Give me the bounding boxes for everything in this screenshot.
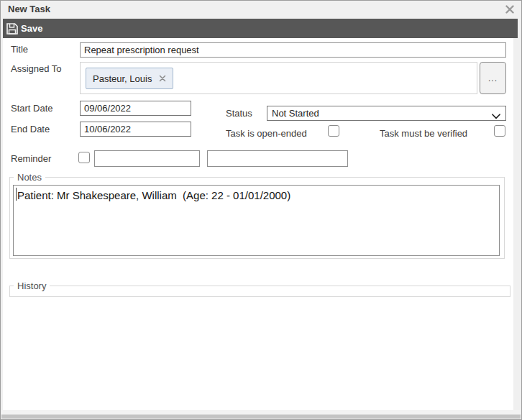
assignee-remove-button[interactable] [159, 75, 166, 82]
reminder-label: Reminder [11, 153, 51, 164]
reminder-field-1[interactable] [94, 150, 200, 167]
must-verify-checkbox[interactable] [494, 125, 505, 137]
notes-text: Patient: Mr Shakespeare, William (Age: 2… [17, 188, 496, 202]
save-label: Save [21, 23, 42, 34]
assignee-chip: Pasteur, Louis [86, 68, 173, 89]
status-label: Status [226, 108, 252, 119]
remove-icon [159, 75, 166, 82]
status-value: Not Started [272, 108, 319, 119]
window-title: New Task [8, 4, 50, 14]
title-input[interactable] [80, 42, 506, 58]
open-ended-checkbox[interactable] [328, 125, 339, 137]
text-caret [16, 188, 17, 201]
status-select[interactable]: Not Started [267, 106, 506, 121]
save-icon [5, 22, 19, 36]
close-button[interactable] [504, 4, 516, 15]
start-date-input[interactable] [80, 101, 191, 116]
reminder-checkbox[interactable] [78, 152, 90, 163]
notes-textarea[interactable]: Patient: Mr Shakespeare, William (Age: 2… [13, 185, 500, 256]
must-verify-label: Task must be verified [380, 128, 467, 139]
save-button[interactable]: Save [3, 19, 48, 38]
toolbar: Save [3, 19, 518, 38]
start-date-label: Start Date [11, 103, 53, 114]
window-resize-edge[interactable] [1, 414, 521, 419]
assignee-chip-name: Pasteur, Louis [93, 73, 152, 84]
end-date-label: End Date [11, 124, 50, 134]
assigned-to-label: Assigned To [11, 63, 62, 74]
end-date-input[interactable] [80, 122, 191, 137]
open-ended-label: Task is open-ended [226, 128, 307, 139]
history-legend: History [14, 280, 50, 291]
assignee-browse-button[interactable]: ... [480, 62, 506, 94]
title-label: Title [11, 44, 28, 55]
close-icon [505, 5, 514, 14]
task-form: Title Assigned To Pasteur, Louis ... Sta… [3, 38, 513, 411]
titlebar: New Task [1, 1, 521, 19]
assigned-to-field[interactable]: Pasteur, Louis [80, 62, 477, 94]
notes-group: Notes Patient: Mr Shakespeare, William (… [9, 172, 505, 259]
chevron-down-icon [492, 114, 500, 119]
notes-legend: Notes [14, 172, 45, 183]
history-group: History [9, 280, 510, 297]
reminder-field-2[interactable] [207, 150, 348, 167]
new-task-dialog: New Task Save Title Assigned To Pasteur,… [0, 0, 522, 420]
